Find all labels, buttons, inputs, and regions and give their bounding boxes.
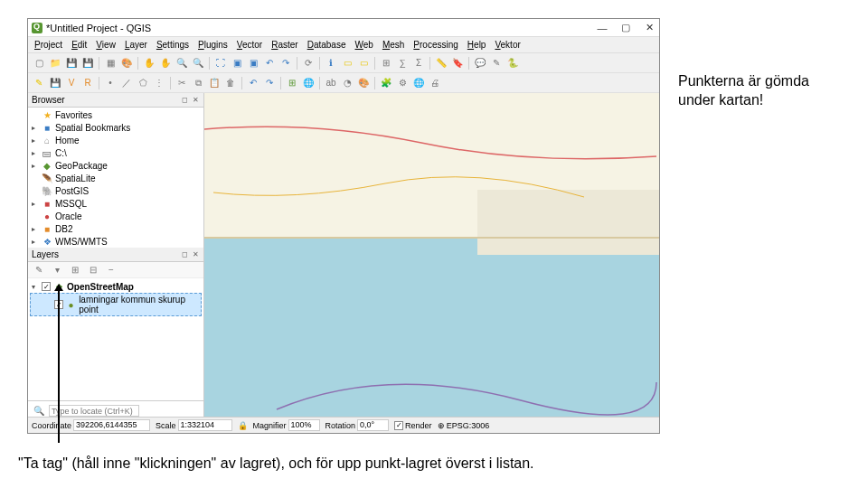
field-calc-icon[interactable]: ∑ — [395, 56, 410, 70]
zoom-last-icon[interactable]: ↶ — [262, 56, 277, 70]
zoom-out-icon[interactable]: 🔍 — [191, 56, 205, 70]
table-icon[interactable]: ⊞ — [379, 56, 393, 70]
browser-item-spatialite[interactable]: 🪶SpatiaLite — [30, 173, 202, 185]
redo-icon[interactable]: ↷ — [262, 76, 277, 90]
layer-visibility-checkbox[interactable]: ✓ — [42, 282, 51, 291]
identify-icon[interactable]: ℹ — [324, 56, 338, 70]
window-restore-button[interactable]: ▢ — [619, 22, 632, 34]
bookmark-icon[interactable]: 🔖 — [450, 56, 465, 70]
layer-expand-icon[interactable]: ⊞ — [68, 263, 82, 277]
menu-settings[interactable]: Settings — [152, 38, 193, 52]
browser-item-oracle[interactable]: ●Oracle — [30, 211, 202, 223]
print-icon[interactable]: 🖨 — [428, 76, 442, 90]
geopackage-icon: ◆ — [42, 161, 52, 172]
diagram-icon[interactable]: ◔ — [340, 76, 354, 90]
add-raster-icon[interactable]: R — [80, 76, 95, 90]
style-icon[interactable]: 🎨 — [356, 76, 371, 90]
menu-layer[interactable]: Layer — [120, 38, 152, 52]
layer-collapse-icon[interactable]: ⊟ — [86, 263, 100, 277]
decoration-icon[interactable]: ✎ — [489, 56, 504, 70]
menu-vector[interactable]: Vector — [232, 38, 267, 52]
panel-float-icon[interactable]: ◻ — [180, 96, 189, 105]
refresh-icon[interactable]: ⟳ — [301, 56, 316, 70]
menu-vektor[interactable]: Vektor — [490, 38, 524, 52]
measure-icon[interactable]: 📏 — [434, 56, 448, 70]
browser-item-favorites[interactable]: ★Favorites — [30, 109, 202, 122]
window-close-button[interactable]: ✕ — [643, 22, 656, 34]
plugin-icon[interactable]: 🧩 — [379, 76, 393, 90]
layer-filter-icon[interactable]: ▾ — [50, 263, 64, 277]
menu-mesh[interactable]: Mesh — [378, 38, 409, 52]
menu-project[interactable]: Project — [30, 38, 67, 52]
menu-plugins[interactable]: Plugins — [193, 38, 232, 52]
add-polygon-icon[interactable]: ⬠ — [136, 76, 150, 90]
edit-toggle-icon[interactable]: ✎ — [32, 76, 46, 90]
zoom-full-icon[interactable]: ⛶ — [213, 56, 228, 70]
menu-database[interactable]: Database — [303, 38, 351, 52]
window-minimize-button[interactable]: — — [596, 22, 609, 34]
zoom-next-icon[interactable]: ↷ — [278, 56, 293, 70]
status-render[interactable]: ✓ Render — [394, 421, 432, 430]
add-point-icon[interactable]: • — [103, 76, 118, 90]
browser-item-db2[interactable]: ▸■DB2 — [30, 223, 202, 236]
layer-item-lamningar-point[interactable]: ✓ ● lamningar kommun skurup point — [30, 293, 202, 316]
stats-icon[interactable]: Σ — [411, 56, 426, 70]
osm-icon[interactable]: 🌐 — [301, 76, 316, 90]
layer-remove-icon[interactable]: − — [104, 263, 118, 277]
style-manager-icon[interactable]: 🎨 — [119, 56, 134, 70]
globe-icon[interactable]: 🌐 — [411, 76, 426, 90]
menu-help[interactable]: Help — [463, 38, 491, 52]
locator-input[interactable] — [49, 405, 139, 417]
lock-icon[interactable]: 🔒 — [238, 421, 248, 430]
rotation-value[interactable]: 0,0° — [357, 419, 389, 431]
menu-edit[interactable]: Edit — [67, 38, 91, 52]
magnifier-value[interactable]: 100% — [288, 419, 320, 431]
browser-item-drive-c[interactable]: ▸🖴C:\ — [30, 147, 202, 160]
delete-icon[interactable]: 🗑 — [223, 76, 238, 90]
menu-raster[interactable]: Raster — [267, 38, 302, 52]
processing-icon[interactable]: ⚙ — [395, 76, 410, 90]
pan-icon[interactable]: ✋ — [142, 56, 156, 70]
new-project-icon[interactable]: ▢ — [32, 56, 46, 70]
paste-icon[interactable]: 📋 — [207, 76, 222, 90]
scale-value[interactable]: 1:332104 — [178, 419, 232, 431]
select-icon[interactable]: ▭ — [340, 56, 354, 70]
data-manager-icon[interactable]: ⊞ — [285, 76, 299, 90]
menu-web[interactable]: Web — [351, 38, 378, 52]
browser-item-mssql[interactable]: ▸■MSSQL — [30, 198, 202, 211]
panel-close-icon[interactable]: ✕ — [191, 250, 200, 259]
menu-processing[interactable]: Processing — [409, 38, 462, 52]
coordinate-value[interactable]: 392206,6144355 — [73, 419, 150, 431]
python-icon[interactable]: 🐍 — [505, 56, 520, 70]
add-vector-icon[interactable]: V — [64, 76, 79, 90]
layout-manager-icon[interactable]: ▦ — [103, 56, 118, 70]
zoom-layer-icon[interactable]: ▣ — [246, 56, 260, 70]
layer-style-icon[interactable]: ✎ — [32, 263, 46, 277]
saveas-project-icon[interactable]: 💾 — [80, 56, 95, 70]
zoom-in-icon[interactable]: 🔍 — [175, 56, 189, 70]
pan-to-sel-icon[interactable]: ✋ — [158, 56, 173, 70]
panel-close-icon[interactable]: ✕ — [191, 96, 200, 105]
save-project-icon[interactable]: 💾 — [64, 56, 79, 70]
cut-icon[interactable]: ✂ — [175, 76, 189, 90]
annotation-icon[interactable]: 💬 — [473, 56, 487, 70]
add-line-icon[interactable]: ／ — [119, 76, 134, 90]
menu-view[interactable]: View — [91, 38, 120, 52]
undo-icon[interactable]: ↶ — [246, 76, 260, 90]
browser-item-postgis[interactable]: 🐘PostGIS — [30, 185, 202, 198]
open-project-icon[interactable]: 📁 — [48, 56, 62, 70]
copy-icon[interactable]: ⧉ — [191, 76, 205, 90]
render-checkbox[interactable]: ✓ — [394, 421, 403, 430]
vertex-tool-icon[interactable]: ⋮ — [152, 76, 166, 90]
browser-item-geopackage[interactable]: ▸◆GeoPackage — [30, 160, 202, 173]
map-canvas[interactable] — [204, 93, 659, 417]
browser-item-bookmarks[interactable]: ▸■Spatial Bookmarks — [30, 122, 202, 135]
browser-item-wms[interactable]: ▸❖WMS/WMTS — [30, 236, 202, 248]
label-icon[interactable]: ab — [324, 76, 338, 90]
status-crs[interactable]: ⊕ EPSG:3006 — [438, 421, 490, 430]
browser-item-home[interactable]: ▸⌂Home — [30, 135, 202, 147]
zoom-sel-icon[interactable]: ▣ — [230, 56, 244, 70]
deselect-icon[interactable]: ▭ — [356, 56, 371, 70]
panel-float-icon[interactable]: ◻ — [180, 250, 189, 259]
save-edits-icon[interactable]: 💾 — [48, 76, 62, 90]
